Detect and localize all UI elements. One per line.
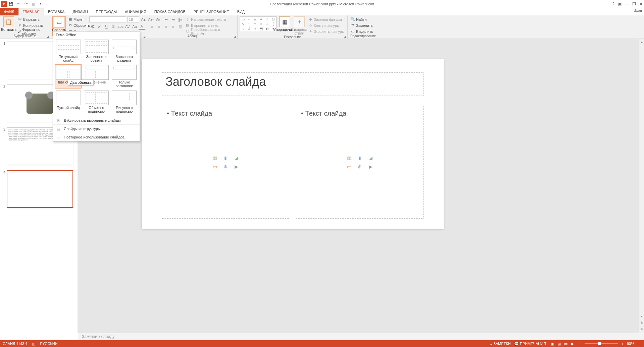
align-left-icon[interactable]: ≡ bbox=[149, 23, 155, 30]
insert-chart-icon[interactable]: ▮ bbox=[355, 155, 364, 161]
qat-customize-icon[interactable]: ▾ bbox=[38, 1, 44, 7]
font-family-combo[interactable] bbox=[89, 16, 126, 22]
font-launcher-icon[interactable]: ◢ bbox=[143, 35, 146, 38]
font-size-combo[interactable]: 18 bbox=[127, 16, 139, 22]
numbering-icon[interactable]: ≡ bbox=[156, 16, 162, 22]
spellcheck-icon[interactable]: ◫ bbox=[32, 342, 35, 346]
align-right-icon[interactable]: ≡ bbox=[163, 23, 169, 30]
decrease-indent-icon[interactable]: ⇤ bbox=[163, 16, 169, 22]
duplicate-slides-menu[interactable]: ⎘Дублировать выбранные слайды bbox=[53, 116, 140, 124]
reuse-slides-menu[interactable]: ▭Повторное использование слайдов... bbox=[53, 133, 140, 141]
tab-home[interactable]: ГЛАВНАЯ bbox=[18, 8, 44, 15]
minimize-icon[interactable]: — bbox=[625, 2, 629, 6]
drawing-launcher-icon[interactable]: ◢ bbox=[343, 35, 347, 38]
zoom-out-icon[interactable]: − bbox=[579, 342, 581, 346]
font-color-icon[interactable]: A bbox=[139, 23, 145, 30]
comments-toggle[interactable]: 💬 ПРИМЕЧАНИЯ bbox=[514, 342, 546, 346]
prev-slide-icon[interactable]: ≜ bbox=[640, 321, 643, 325]
insert-table-icon[interactable]: ▦ bbox=[345, 155, 353, 161]
layout-content-caption[interactable]: Объект с подписью bbox=[83, 90, 109, 114]
increase-font-icon[interactable]: A▴ bbox=[140, 16, 146, 22]
help-icon[interactable]: ? bbox=[612, 2, 614, 6]
tab-transitions[interactable]: ПЕРЕХОДЫ bbox=[92, 8, 121, 15]
content-placeholder-right[interactable]: • Текст слайда ▦ ▮ ◢ ▭ ⊕ ▶ bbox=[296, 106, 424, 219]
scroll-up-icon[interactable]: ▴ bbox=[640, 40, 643, 44]
justify-icon[interactable]: ≡ bbox=[170, 23, 176, 30]
language-indicator[interactable]: РУССКИЙ bbox=[40, 342, 57, 346]
tab-slideshow[interactable]: ПОКАЗ СЛАЙДОВ bbox=[150, 8, 190, 15]
char-spacing-icon[interactable]: AV bbox=[125, 23, 131, 30]
insert-table-icon[interactable]: ▦ bbox=[210, 155, 219, 161]
increase-indent-icon[interactable]: ⇥ bbox=[170, 16, 176, 22]
quick-styles-button[interactable]: ✦ Экспресс-стили bbox=[293, 16, 306, 35]
tab-review[interactable]: РЕЦЕНЗИРОВАНИЕ bbox=[190, 8, 233, 15]
insert-online-picture-icon[interactable]: ⊕ bbox=[355, 163, 364, 170]
layout-section-header[interactable]: Заголовок раздела bbox=[111, 39, 138, 63]
layout-title-slide[interactable]: Титульный слайд bbox=[55, 39, 82, 63]
paste-button[interactable]: 📋 Вставить bbox=[2, 16, 15, 32]
next-slide-icon[interactable]: ≛ bbox=[640, 327, 643, 331]
cut-button[interactable]: ✂Вырезать bbox=[17, 16, 48, 22]
layout-blank[interactable]: Пустой слайд bbox=[55, 90, 82, 114]
layout-picture-caption[interactable]: Рисунок с подписью bbox=[111, 90, 138, 114]
start-slideshow-icon[interactable]: ▥ bbox=[30, 1, 36, 7]
tab-insert[interactable]: ВСТАВКА bbox=[44, 8, 68, 15]
insert-smartart-icon[interactable]: ◢ bbox=[232, 155, 241, 161]
format-painter-button[interactable]: 🖌Формат по образцу bbox=[17, 28, 48, 34]
insert-smartart-icon[interactable]: ◢ bbox=[366, 155, 375, 161]
slideshow-view-icon[interactable]: ▶ bbox=[569, 341, 576, 346]
italic-icon[interactable]: К bbox=[96, 23, 102, 30]
slide-canvas[interactable]: Заголовок слайда • Текст слайда ▦ ▮ ◢ ▭ … bbox=[142, 59, 444, 229]
replace-button[interactable]: ⇄Заменить bbox=[350, 22, 374, 28]
notes-toggle[interactable]: ≡ ЗАМЕТКИ bbox=[490, 342, 511, 346]
columns-icon[interactable]: ▥ bbox=[177, 23, 183, 30]
save-icon[interactable]: 💾 bbox=[8, 1, 14, 7]
slides-from-outline-menu[interactable]: ▤Слайды из структуры... bbox=[53, 124, 140, 133]
arrange-button[interactable]: ▦ Упорядочить bbox=[278, 16, 291, 32]
zoom-level[interactable]: 90% bbox=[627, 342, 634, 346]
insert-video-icon[interactable]: ▶ bbox=[232, 163, 241, 170]
tab-design[interactable]: ДИЗАЙН bbox=[68, 8, 92, 15]
title-placeholder[interactable]: Заголовок слайда bbox=[162, 72, 424, 96]
change-case-icon[interactable]: Aa bbox=[132, 23, 138, 30]
slide-counter[interactable]: СЛАЙД 4 ИЗ 4 bbox=[3, 342, 27, 346]
undo-icon[interactable]: ↶ bbox=[15, 1, 21, 7]
text-shadow-icon[interactable]: abє bbox=[117, 23, 123, 30]
maximize-icon[interactable]: ❐ bbox=[632, 2, 636, 6]
zoom-in-icon[interactable]: + bbox=[622, 342, 624, 346]
insert-picture-icon[interactable]: ▭ bbox=[210, 163, 219, 170]
shapes-gallery[interactable]: ▭○△➔☆⬠ ↘⬡◇▱⌂{ ⤹↺⇨⬒◐▾ bbox=[240, 16, 277, 31]
content-placeholder-left[interactable]: • Текст слайда ▦ ▮ ◢ ▭ ⊕ ▶ bbox=[162, 106, 289, 219]
bullets-icon[interactable]: ≔ bbox=[149, 16, 155, 22]
normal-view-icon[interactable]: ▣ bbox=[549, 341, 555, 346]
login-link[interactable]: Вход bbox=[634, 8, 642, 12]
select-button[interactable]: ▭Выделить bbox=[350, 28, 374, 34]
align-center-icon[interactable]: ≡ bbox=[156, 23, 162, 30]
close-icon[interactable]: ✕ bbox=[639, 2, 643, 6]
clipboard-launcher-icon[interactable]: ◢ bbox=[46, 35, 49, 38]
tab-file[interactable]: ФАЙЛ bbox=[0, 8, 18, 15]
insert-picture-icon[interactable]: ▭ bbox=[345, 163, 353, 170]
insert-video-icon[interactable]: ▶ bbox=[366, 163, 375, 170]
insert-chart-icon[interactable]: ▮ bbox=[221, 155, 230, 161]
scroll-down-icon[interactable]: ▾ bbox=[640, 314, 643, 318]
layout-title-content[interactable]: Заголовок и объект bbox=[83, 39, 109, 63]
insert-online-picture-icon[interactable]: ⊕ bbox=[221, 163, 230, 170]
tab-animation[interactable]: АНИМАЦИЯ bbox=[121, 8, 150, 15]
layout-title-only[interactable]: Только заголовок bbox=[111, 64, 138, 89]
sorter-view-icon[interactable]: ▦ bbox=[556, 341, 562, 346]
underline-icon[interactable]: Ч bbox=[103, 23, 109, 30]
ribbon-collapse-icon[interactable]: ▣ bbox=[618, 2, 622, 6]
notes-pane[interactable]: Заметки к слайду bbox=[78, 333, 644, 341]
vertical-scrollbar[interactable]: ▴ ▾ ≜ ≛ bbox=[639, 39, 644, 333]
zoom-slider[interactable] bbox=[585, 343, 618, 344]
tab-view[interactable]: ВИД bbox=[233, 8, 249, 15]
bold-icon[interactable]: Ж bbox=[89, 23, 95, 30]
strikethrough-icon[interactable]: S bbox=[110, 23, 116, 30]
redo-icon[interactable]: ↷ bbox=[23, 1, 29, 7]
fit-to-window-icon[interactable]: ⛶ bbox=[638, 342, 641, 346]
slide-thumbnail-4[interactable] bbox=[7, 170, 73, 208]
find-button[interactable]: 🔍Найти bbox=[350, 16, 374, 22]
reading-view-icon[interactable]: ▭ bbox=[563, 341, 569, 346]
paragraph-launcher-icon[interactable]: ◢ bbox=[233, 35, 237, 38]
